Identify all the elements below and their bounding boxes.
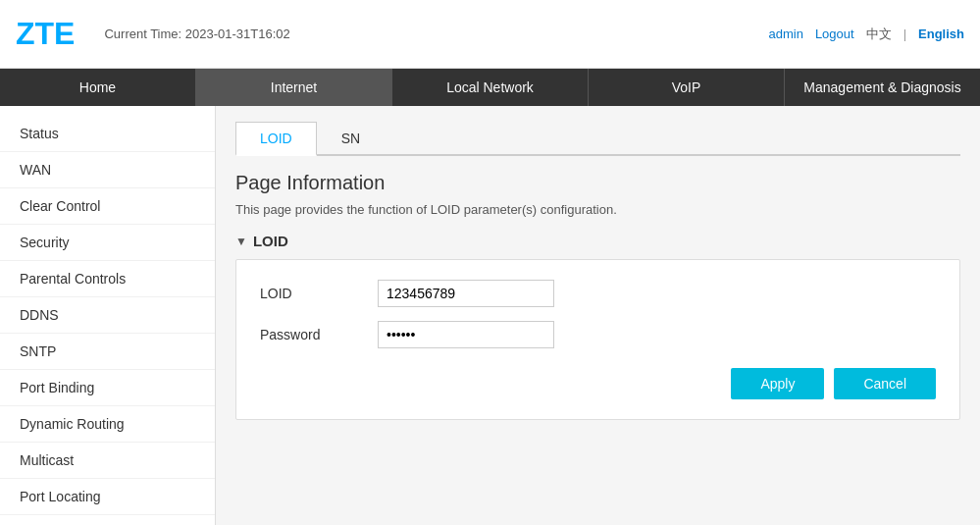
sidebar-item-port-binding[interactable]: Port Binding (0, 370, 215, 406)
sidebar-item-parental-controls[interactable]: Parental Controls (0, 261, 215, 297)
section-header: ▼ LOID (235, 233, 960, 249)
nav-internet[interactable]: Internet (196, 69, 392, 106)
lang-cn[interactable]: 中文 (866, 26, 892, 43)
nav-management[interactable]: Management & Diagnosis (785, 69, 980, 106)
password-label: Password (260, 327, 378, 342)
sidebar-item-security[interactable]: Security (0, 225, 215, 261)
tab-loid[interactable]: LOID (235, 122, 317, 156)
admin-link[interactable]: admin (768, 26, 802, 41)
section-title: LOID (253, 233, 288, 249)
section-arrow-icon: ▼ (235, 235, 247, 248)
password-input[interactable] (378, 321, 554, 348)
sidebar-item-multicast[interactable]: Multicast (0, 443, 215, 479)
nav-home[interactable]: Home (0, 69, 196, 106)
main-layout: Status WAN Clear Control Security Parent… (0, 106, 980, 525)
logout-link[interactable]: Logout (815, 26, 854, 41)
sidebar: Status WAN Clear Control Security Parent… (0, 106, 216, 525)
lang-en[interactable]: English (918, 26, 964, 41)
nav-voip[interactable]: VoIP (589, 69, 785, 106)
current-time: Current Time: 2023-01-31T16:02 (104, 26, 768, 41)
sidebar-item-ddns[interactable]: DDNS (0, 297, 215, 334)
sidebar-item-dynamic-routing[interactable]: Dynamic Routing (0, 406, 215, 443)
form-panel: LOID Password Apply Cancel (235, 259, 960, 420)
main-nav: Home Internet Local Network VoIP Managem… (0, 69, 980, 106)
sidebar-item-status[interactable]: Status (0, 116, 215, 152)
logo: ZTE (16, 16, 75, 52)
main-content: LOID SN Page Information This page provi… (216, 106, 980, 525)
loid-row: LOID (260, 280, 936, 307)
tab-bar: LOID SN (235, 122, 960, 156)
header-actions: admin Logout 中文 | English (768, 26, 964, 43)
nav-local-network[interactable]: Local Network (392, 69, 589, 106)
loid-label: LOID (260, 286, 378, 301)
page-title: Page Information (235, 172, 960, 194)
form-actions: Apply Cancel (260, 368, 936, 399)
header: ZTE Current Time: 2023-01-31T16:02 admin… (0, 0, 980, 69)
loid-input[interactable] (378, 280, 554, 307)
page-description: This page provides the function of LOID … (235, 202, 960, 217)
cancel-button[interactable]: Cancel (834, 368, 936, 399)
sidebar-item-sntp[interactable]: SNTP (0, 334, 215, 370)
password-row: Password (260, 321, 936, 348)
sidebar-item-wan[interactable]: WAN (0, 152, 215, 188)
sidebar-item-pon-information[interactable]: PON Information (0, 515, 215, 525)
sidebar-item-port-locating[interactable]: Port Locating (0, 479, 215, 515)
tab-sn[interactable]: SN (317, 122, 385, 156)
sidebar-item-clear-control[interactable]: Clear Control (0, 188, 215, 225)
lang-separator: | (903, 26, 906, 41)
apply-button[interactable]: Apply (731, 368, 824, 399)
